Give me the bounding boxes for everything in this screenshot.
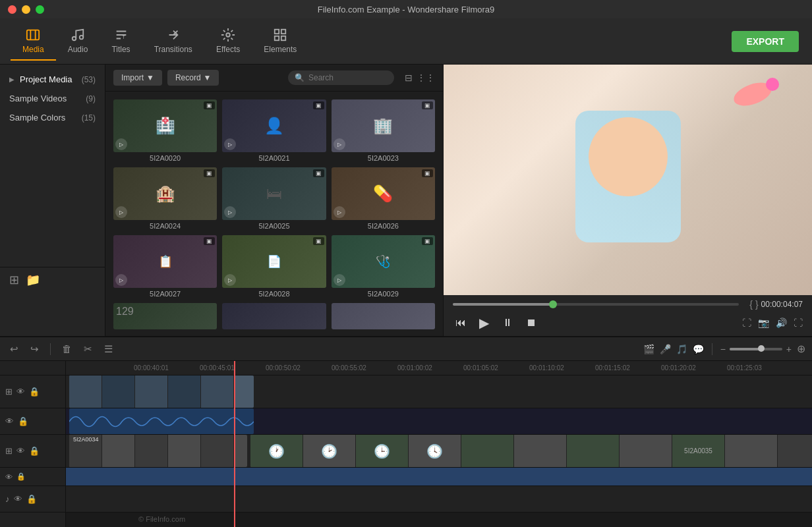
nav-item-audio[interactable]: Audio <box>56 22 100 61</box>
search-input[interactable] <box>308 73 388 82</box>
ruler-mark-2: 00:00:45:01 <box>198 364 264 372</box>
media-item-5I2A0025[interactable]: ▣ ▷ 🛏 5I2A0025 <box>222 167 326 230</box>
blue-bar[interactable] <box>66 468 812 485</box>
ruler-marks: 00:00:40:01 00:00:45:01 00:00:50:02 00:0… <box>132 364 791 372</box>
timeline-area: ↩ ↪ 🗑 ✂ ☰ 🎬 🎤 🎵 💬 − + ⊕ <box>0 336 812 527</box>
nav-item-media[interactable]: Media <box>11 22 56 61</box>
track-ctrl-audio1: 👁 🔒 <box>0 408 65 435</box>
traffic-lights[interactable] <box>8 5 44 14</box>
fullscreen-icon[interactable]: ⛶ <box>794 318 803 328</box>
volume-icon[interactable]: 🔊 <box>776 318 787 328</box>
nav-bar: Media Audio T Titles Transitions <box>11 22 308 61</box>
video-clip-2b[interactable]: 🕐 🕑 🕒 🕓 5I2A0035 <box>250 435 812 467</box>
export-button[interactable]: EXPORT <box>732 31 799 52</box>
minimize-button[interactable] <box>22 5 30 14</box>
music-note-icon: ♪ <box>5 494 10 504</box>
snapshot-icon[interactable]: 📷 <box>758 318 769 328</box>
media-label-5I2A0023: 5I2A0023 <box>332 154 435 162</box>
filter-icon[interactable]: ⊟ <box>405 72 413 83</box>
nav-label-media: Media <box>22 45 44 54</box>
record-label: Record <box>175 73 201 82</box>
media-item-5I2A0023[interactable]: ▣ ▷ 🏢 5I2A0023 <box>332 99 435 162</box>
mic-icon[interactable]: 🎤 <box>660 344 671 354</box>
pause-button[interactable]: ⏸ <box>500 316 515 330</box>
redo-button[interactable]: ↪ <box>27 342 42 356</box>
sidebar-label-sample-colors: Sample Colors <box>9 113 65 123</box>
delete-button[interactable]: 🗑 <box>59 342 75 356</box>
timeline-right-controls: 🎬 🎤 🎵 💬 − + ⊕ <box>643 343 805 355</box>
captions-icon[interactable]: 💬 <box>693 344 704 354</box>
list-button[interactable]: ☰ <box>101 342 116 356</box>
video-clip-1[interactable] <box>69 375 254 408</box>
zoom-slider[interactable] <box>730 348 782 350</box>
eye-icon[interactable]: 👁 <box>16 387 25 397</box>
audio-waveform <box>69 408 254 434</box>
filmstrip-frame <box>135 435 168 467</box>
add-track-icon[interactable]: ⊕ <box>797 343 805 355</box>
media-item-partial2[interactable] <box>222 303 326 329</box>
new-folder-icon[interactable]: 📁 <box>26 273 40 287</box>
media-item-partial1[interactable]: 129 <box>113 303 217 329</box>
ruler-mark-3: 00:00:50:02 <box>264 364 330 372</box>
svg-rect-6 <box>281 29 285 33</box>
sidebar-item-project-media[interactable]: ▶ Project Media (53) <box>0 70 105 89</box>
nav-item-transitions[interactable]: Transitions <box>142 22 204 61</box>
lock-icon-3[interactable]: 🔒 <box>29 446 40 456</box>
playhead[interactable] <box>234 361 235 527</box>
scrubber-thumb[interactable] <box>549 300 557 308</box>
lock-icon[interactable]: 🔒 <box>29 387 40 397</box>
media-item-5I2A0028[interactable]: ▣ ▷ 📄 5I2A0028 <box>222 235 326 298</box>
media-item-5I2A0020[interactable]: ▣ ▷ 🏥 5I2A0020 <box>113 99 217 162</box>
media-item-5I2A0029[interactable]: ▣ ▷ 🩺 5I2A0029 <box>332 235 435 298</box>
zoom-in-icon[interactable]: + <box>786 344 792 354</box>
nav-item-titles[interactable]: T Titles <box>100 22 142 61</box>
add-media-icon[interactable]: ⊞ <box>9 273 19 287</box>
fit-to-window-icon[interactable]: ⛶ <box>742 318 751 328</box>
media-icons: ⊟ ⋮⋮ <box>405 72 435 83</box>
media-grid: ▣ ▷ 🏥 5I2A0020 ▣ ▷ 👤 5I2A0021 ▣ ▷ 🏢 <box>105 92 443 336</box>
sidebar-item-sample-videos[interactable]: Sample Videos (9) <box>0 89 105 108</box>
nav-item-effects[interactable]: Effects <box>204 22 252 61</box>
zoom-out-icon[interactable]: − <box>720 344 726 354</box>
lock-icon-2[interactable]: 🔒 <box>18 416 28 426</box>
lock-icon-4[interactable]: 🔒 <box>16 472 26 481</box>
sidebar: ▶ Project Media (53) Sample Videos (9) S… <box>0 65 105 336</box>
import-button[interactable]: Import ▼ <box>113 70 162 86</box>
nav-label-effects: Effects <box>216 45 240 54</box>
clip-icon[interactable]: 🎬 <box>643 344 654 354</box>
eye-icon-5[interactable]: 👁 <box>14 494 22 504</box>
media-item-5I2A0024[interactable]: ▣ ▷ 🏨 5I2A0024 <box>113 167 217 230</box>
audio-wave-clip[interactable] <box>69 408 254 434</box>
video-clip-2a[interactable]: 5I2A0034 <box>69 435 247 467</box>
track-controls: ⊞ 👁 🔒 👁 🔒 ⊞ 👁 🔒 👁 🔒 ♪ <box>0 361 66 527</box>
stop-button[interactable]: ⏹ <box>523 316 539 330</box>
maximize-button[interactable] <box>36 5 44 14</box>
media-item-5I2A0027[interactable]: ▣ ▷ 📋 5I2A0027 <box>113 235 217 298</box>
step-back-button[interactable]: ⏮ <box>453 316 469 330</box>
sidebar-item-sample-colors[interactable]: Sample Colors (15) <box>0 108 105 127</box>
eye-icon-2[interactable]: 👁 <box>5 416 14 426</box>
grid-icon-2[interactable]: ⊞ <box>5 446 13 456</box>
eye-icon-4[interactable]: 👁 <box>5 473 13 481</box>
preview-video <box>444 65 812 295</box>
close-button[interactable] <box>8 5 16 14</box>
media-item-5I2A0021[interactable]: ▣ ▷ 👤 5I2A0021 <box>222 99 326 162</box>
undo-button[interactable]: ↩ <box>7 342 22 356</box>
timeline-content: ⊞ 👁 🔒 👁 🔒 ⊞ 👁 🔒 👁 🔒 ♪ <box>0 361 812 527</box>
grid-icon[interactable]: ⊞ <box>5 387 13 397</box>
zoom-thumb[interactable] <box>758 345 765 352</box>
music-icon[interactable]: 🎵 <box>676 344 687 354</box>
cut-button[interactable]: ✂ <box>80 342 96 356</box>
grid-view-icon[interactable]: ⋮⋮ <box>417 72 435 83</box>
svg-text:T: T <box>122 35 125 40</box>
media-item-partial3[interactable] <box>332 303 435 329</box>
svg-rect-7 <box>275 36 279 40</box>
scrubber-track[interactable] <box>453 303 739 306</box>
record-button[interactable]: Record ▼ <box>167 70 219 86</box>
play-button[interactable]: ▶ <box>477 314 492 332</box>
media-item-5I2A0026[interactable]: ▣ ▷ 💊 5I2A0026 <box>332 167 435 230</box>
lock-icon-5[interactable]: 🔒 <box>26 494 37 504</box>
nav-item-elements[interactable]: Elements <box>252 22 308 61</box>
eye-icon-3[interactable]: 👁 <box>16 446 25 456</box>
search-box[interactable]: 🔍 <box>288 70 394 85</box>
